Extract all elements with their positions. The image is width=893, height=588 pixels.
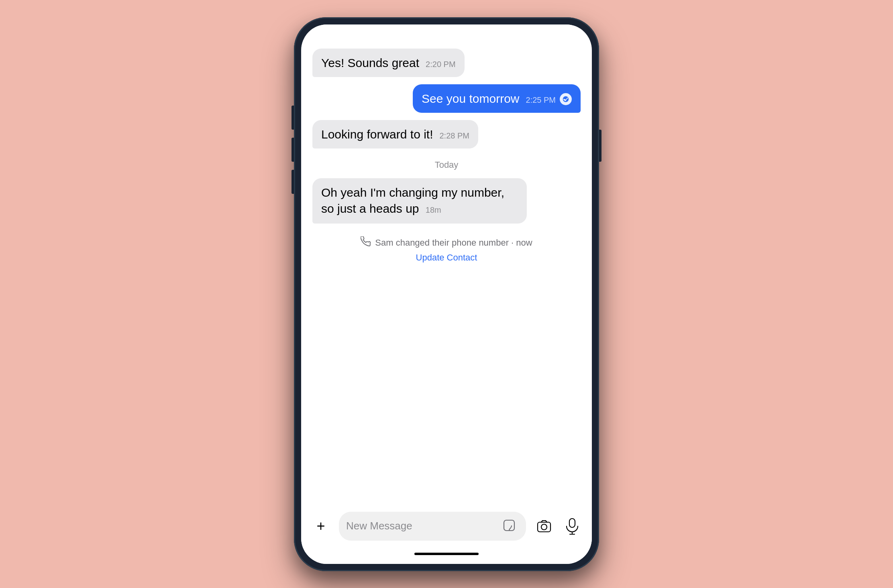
system-notification-row: Sam changed their phone number · now xyxy=(361,236,532,249)
phone-wrapper: Yes! Sounds great 2:20 PM See you tomorr… xyxy=(294,17,599,571)
message-input-placeholder[interactable]: New Message xyxy=(346,520,496,532)
screen-top-fade xyxy=(301,24,592,49)
message-text-today: Oh yeah I'm changing my number, so just … xyxy=(321,186,504,216)
phone-change-icon xyxy=(361,236,371,249)
message-text-3: Looking forward to it! xyxy=(321,126,433,142)
svg-rect-2 xyxy=(538,522,550,532)
home-indicator-bar xyxy=(414,553,479,555)
message-time-3: 2:28 PM xyxy=(439,131,469,140)
system-notification: Sam changed their phone number · now Upd… xyxy=(361,236,532,263)
message-bubble-incoming-1: Yes! Sounds great 2:20 PM xyxy=(312,49,465,77)
update-contact-link[interactable]: Update Contact xyxy=(416,252,477,263)
svg-rect-4 xyxy=(569,519,575,527)
read-receipt-icon xyxy=(560,93,572,105)
message-time-1: 2:20 PM xyxy=(426,60,455,69)
message-bubble-incoming-3: Looking forward to it! 2:28 PM xyxy=(312,120,478,149)
svg-point-3 xyxy=(541,524,547,530)
phone-frame: Yes! Sounds great 2:20 PM See you tomorr… xyxy=(294,17,599,571)
message-input-field[interactable]: New Message xyxy=(339,512,526,541)
home-indicator-area xyxy=(301,549,592,564)
phone-screen: Yes! Sounds great 2:20 PM See you tomorr… xyxy=(301,24,592,564)
message-text-2: See you tomorrow xyxy=(422,91,519,106)
message-bubble-today: Oh yeah I'm changing my number, so just … xyxy=(312,178,527,224)
sticker-button[interactable] xyxy=(501,517,519,535)
messages-area: Yes! Sounds great 2:20 PM See you tomorr… xyxy=(301,24,592,505)
microphone-button[interactable] xyxy=(562,516,582,536)
message-bubble-outgoing-2: See you tomorrow 2:25 PM xyxy=(413,84,581,113)
add-attachment-button[interactable]: + xyxy=(311,516,331,536)
camera-button[interactable] xyxy=(534,516,554,536)
message-text-1: Yes! Sounds great xyxy=(321,55,419,71)
system-notification-text: Sam changed their phone number · now xyxy=(375,238,532,248)
date-separator: Today xyxy=(435,160,459,170)
message-time-today: 18m xyxy=(426,205,441,214)
message-time-2: 2:25 PM xyxy=(526,96,556,105)
input-bar: + New Message xyxy=(301,505,592,549)
plus-icon: + xyxy=(316,518,325,535)
